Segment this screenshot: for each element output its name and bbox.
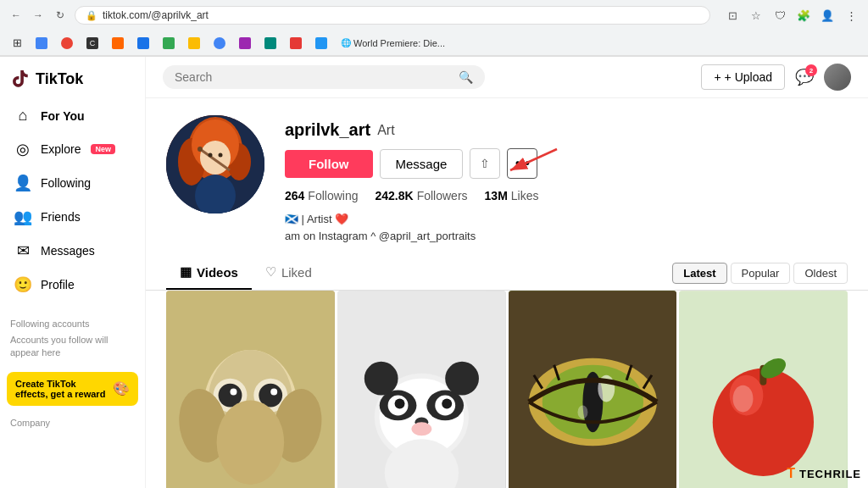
home-icon: ⌂ [14,107,32,125]
more-button[interactable]: ••• [507,148,537,179]
sidebar-label-explore: Explore [41,142,81,156]
sidebar-label-profile: Profile [41,278,75,291]
create-effects-label: Create TikTok effects, get a reward [15,379,108,399]
cast-icon[interactable]: ⊡ [724,7,741,24]
bookmark-5[interactable] [133,36,153,51]
watermark: T TECHRILE [787,466,861,481]
bookmark-1[interactable] [31,36,52,51]
svg-point-8 [198,147,203,152]
video-thumb-1[interactable] [166,291,335,488]
watermark-brand: TECHRILE [799,468,861,480]
menu-icon[interactable]: ⋮ [843,7,860,24]
profile-icon[interactable]: 👤 [819,7,836,24]
video-thumb-2[interactable] [337,291,506,488]
video-thumb-4[interactable] [679,291,848,488]
svg-point-21 [270,389,277,396]
bookmark-9[interactable] [235,36,255,51]
share-icon: ⇧ [480,157,490,170]
bookmark-7[interactable] [184,36,204,51]
watermark-t: T [787,466,796,481]
following-count: 264 [285,189,304,202]
sidebar-item-explore[interactable]: ◎ Explore New [3,133,142,165]
videos-tab-icon: ▦ [180,264,192,280]
display-name: Art [377,123,394,138]
forward-button[interactable]: → [31,8,46,23]
svg-point-9 [209,153,213,158]
message-button[interactable]: Message [380,149,464,179]
explore-icon: ◎ [14,140,32,158]
sidebar: TikTok ⌂ For You ◎ Explore New 👤 Followi… [0,57,146,488]
sort-popular[interactable]: Popular [731,263,791,284]
avatar-svg [166,115,264,214]
bookmarks-bar: ⊞ C 🌐 World Premiere: Die... [0,30,868,56]
tabs-row: ▦ Videos ♡ Liked Latest Popular Oldest [146,256,868,291]
likes-count: 13M [485,189,508,202]
liked-tab-label: Liked [281,265,312,280]
notifications-button[interactable]: 💬 2 [795,68,814,86]
messages-icon: ✉ [14,241,32,260]
company-label: Company [0,411,145,431]
friends-icon: 👥 [14,208,32,226]
svg-point-33 [394,399,404,409]
notification-badge: 2 [805,64,817,76]
tab-liked[interactable]: ♡ Liked [252,256,326,290]
search-input[interactable] [175,70,452,84]
bookmark-8[interactable] [209,36,230,51]
user-avatar[interactable] [824,64,851,91]
sidebar-item-following[interactable]: 👤 Following [3,167,142,199]
sidebar-item-for-you[interactable]: ⌂ For You [3,100,142,131]
url-text: tiktok.com/@aprilvk_art [103,9,209,21]
eye-thumbnail [509,291,677,488]
bookmark-3[interactable]: C [82,36,103,51]
svg-point-10 [219,153,223,158]
refresh-button[interactable]: ↻ [53,8,68,23]
search-bar[interactable]: 🔍 [163,65,485,89]
following-label: Following [308,189,358,202]
upload-button[interactable]: + + Upload [701,64,785,90]
bookmark-11[interactable] [286,36,306,51]
follow-button[interactable]: Follow [285,150,373,178]
owl-thumbnail [166,291,335,488]
svg-point-5 [200,141,231,175]
bio-line1: 🏴󠁧󠁢󠁳󠁣󠁴󠁿 | Artist ❤️ [285,211,848,228]
app-layout: TikTok ⌂ For You ◎ Explore New 👤 Followi… [0,57,868,488]
video-thumb-3[interactable] [509,291,677,488]
svg-point-34 [442,399,452,409]
likes-stat: 13M Likes [485,189,539,202]
username: aprilvk_art [285,120,370,140]
svg-point-38 [445,362,479,396]
upload-label: + Upload [725,70,772,84]
tab-videos[interactable]: ▦ Videos [166,256,252,290]
bookmark-6[interactable] [159,36,179,51]
sidebar-label-following: Following [41,176,91,190]
sort-oldest[interactable]: Oldest [793,263,848,284]
bookmark-world-premiere[interactable]: 🌐 World Premiere: Die... [337,36,449,50]
share-button[interactable]: ⇧ [470,148,500,179]
browser-toolbar: ← → ↻ 🔒 tiktok.com/@aprilvk_art ⊡ ☆ 🛡 🧩 … [0,0,868,30]
search-icon: 🔍 [459,70,473,84]
following-empty-text: Accounts you follow will appear here [0,332,145,367]
svg-point-20 [231,389,237,396]
address-bar[interactable]: 🔒 tiktok.com/@aprilvk_art [75,6,710,25]
extensions-icon[interactable]: 🧩 [795,7,812,24]
sort-latest[interactable]: Latest [672,263,726,284]
bookmark-12[interactable] [311,36,331,51]
shield-icon[interactable]: 🛡 [771,7,788,24]
sidebar-item-messages[interactable]: ✉ Messages [3,235,142,267]
bookmark-2[interactable] [57,36,77,51]
bookmark-4[interactable] [108,36,128,51]
bookmark-10[interactable] [260,36,281,51]
videos-tab-label: Videos [197,265,238,280]
sidebar-item-friends[interactable]: 👥 Friends [3,201,142,233]
apple-thumbnail [679,291,848,488]
liked-tab-icon: ♡ [265,264,276,280]
back-button[interactable]: ← [8,8,24,23]
logo-area: TikTok [0,65,145,99]
profile-nav-icon: 🙂 [14,275,32,294]
create-effects-button[interactable]: Create TikTok effects, get a reward 🎨 [7,372,138,406]
bookmark-apps[interactable]: ⊞ [8,35,26,51]
sidebar-item-profile[interactable]: 🙂 Profile [3,269,142,301]
followers-stat: 242.8K Followers [376,189,468,202]
stats-row: 264 Following 242.8K Followers 13M Likes [285,189,848,202]
bookmark-star-icon[interactable]: ☆ [748,7,765,24]
